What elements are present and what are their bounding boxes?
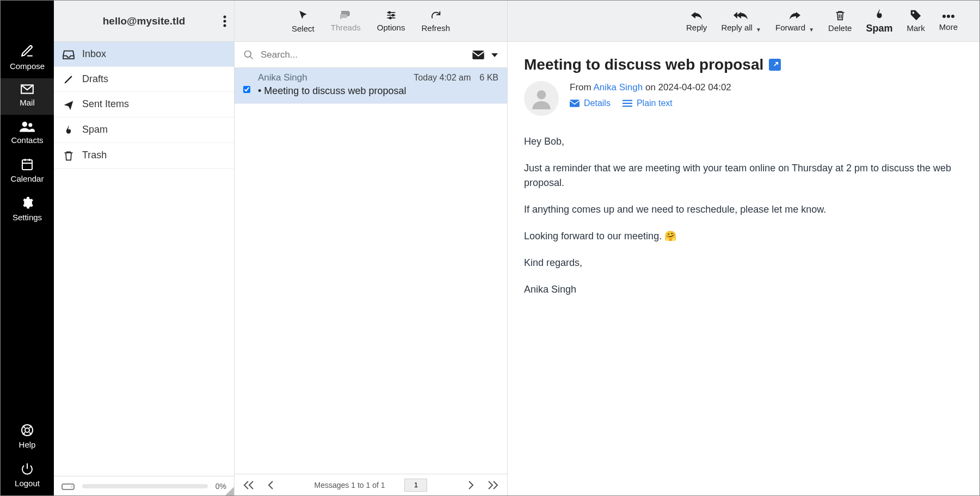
resize-handle[interactable]	[225, 487, 234, 495]
folder-label: Drafts	[82, 73, 108, 85]
plain-text-link[interactable]: Plain text	[622, 98, 673, 108]
on-label: on	[645, 82, 656, 92]
message-item[interactable]: Anika Singh Today 4:02 am 6 KB Meeting t…	[235, 68, 507, 104]
body-paragraph: Anika Singh	[524, 282, 963, 297]
search-input[interactable]	[261, 49, 466, 60]
nav-calendar[interactable]: Calendar	[1, 152, 54, 191]
open-external-button[interactable]	[769, 59, 781, 71]
folder-inbox[interactable]: Inbox	[54, 42, 234, 67]
details-link[interactable]: Details	[570, 98, 611, 108]
svg-point-24	[389, 11, 390, 13]
mark-button[interactable]: Mark	[907, 9, 924, 33]
reply-all-button[interactable]: Reply all ▼	[721, 10, 761, 32]
svg-point-32	[913, 12, 915, 14]
more-label: More	[939, 22, 958, 32]
inbox-icon	[63, 48, 75, 60]
search-options-caret[interactable]	[491, 51, 498, 59]
chevron-down-icon[interactable]: ▼	[809, 27, 814, 33]
trash-icon	[63, 150, 75, 162]
reply-button[interactable]: Reply	[686, 10, 707, 32]
svg-point-36	[537, 90, 546, 100]
nav-compose[interactable]: Compose	[1, 39, 54, 78]
svg-point-17	[224, 20, 226, 22]
search-icon	[243, 49, 254, 60]
lines-icon	[622, 100, 632, 107]
chevron-down-icon[interactable]: ▼	[756, 27, 761, 33]
folder-sent[interactable]: Sent Items	[54, 92, 234, 117]
select-button[interactable]: Select	[292, 9, 315, 33]
threads-icon	[331, 10, 361, 21]
nav-mail-label: Mail	[20, 98, 35, 107]
forward-button[interactable]: Forward ▼	[775, 10, 814, 32]
delete-label: Delete	[828, 23, 852, 33]
select-label: Select	[292, 24, 315, 33]
message-sender: Anika Singh	[258, 72, 307, 83]
folder-drafts[interactable]: Drafts	[54, 67, 234, 92]
body-paragraph: Kind regards,	[524, 256, 963, 270]
message-date: Today 4:02 am	[414, 73, 471, 83]
threads-label: Threads	[331, 23, 361, 32]
refresh-button[interactable]: Refresh	[421, 9, 450, 33]
pager-first[interactable]	[243, 480, 254, 489]
spam-label: Spam	[866, 23, 892, 34]
message-size: 6 KB	[479, 73, 498, 83]
options-label: Options	[377, 23, 405, 32]
nav-contacts[interactable]: Contacts	[1, 115, 54, 152]
person-icon	[531, 88, 552, 109]
pager-last[interactable]	[488, 480, 498, 489]
envelope-icon[interactable]	[472, 50, 484, 59]
nav-contacts-label: Contacts	[11, 135, 43, 145]
folder-label: Trash	[82, 150, 107, 161]
reply-label: Reply	[686, 23, 707, 32]
folder-spam[interactable]: Spam	[54, 117, 234, 143]
nav-help[interactable]: Help	[1, 418, 54, 457]
mail-icon	[1, 84, 54, 95]
pager-prev[interactable]	[267, 480, 274, 489]
svg-point-33	[942, 15, 946, 18]
cursor-icon	[292, 9, 315, 22]
quota-percent: 0%	[215, 482, 226, 491]
pager-page-input[interactable]	[404, 479, 427, 492]
svg-point-16	[224, 15, 226, 18]
reply-all-icon	[721, 10, 761, 21]
nav-settings-label: Settings	[13, 213, 42, 222]
chevrons-left-icon	[243, 481, 254, 489]
chevrons-right-icon	[488, 481, 498, 489]
svg-point-1	[28, 123, 32, 127]
more-button[interactable]: More	[939, 11, 958, 32]
svg-point-27	[245, 51, 251, 57]
spam-button[interactable]: Spam	[866, 8, 892, 34]
pager-next[interactable]	[468, 480, 474, 489]
reading-pane: Reply Reply all ▼ Forward ▼ Del	[508, 1, 979, 495]
threads-button[interactable]: Threads	[331, 10, 361, 32]
sliders-icon	[377, 10, 405, 21]
message-header: Meeting to discuss web proposal From Ani…	[508, 42, 979, 121]
nav-settings[interactable]: Settings	[1, 191, 54, 230]
svg-point-0	[22, 122, 27, 127]
account-header: hello@mysite.tld	[54, 1, 234, 42]
search-bar	[235, 42, 507, 68]
folder-label: Spam	[82, 124, 108, 135]
account-menu-button[interactable]	[223, 15, 226, 27]
nav-logout[interactable]: Logout	[1, 457, 54, 495]
body-paragraph: Just a reminder that we are meeting with…	[524, 161, 963, 190]
disk-icon	[61, 481, 75, 491]
options-button[interactable]: Options	[377, 10, 405, 32]
svg-point-25	[392, 14, 393, 16]
plane-icon	[63, 98, 75, 110]
account-email: hello@mysite.tld	[103, 15, 186, 27]
svg-line-14	[29, 426, 32, 428]
message-checkbox[interactable]	[243, 82, 250, 97]
body-paragraph: Looking forward to our meeting. 🤗	[524, 229, 963, 244]
gear-icon	[1, 196, 54, 209]
svg-line-13	[23, 432, 25, 435]
from-name-link[interactable]: Anika Singh	[593, 82, 643, 92]
folder-trash[interactable]: Trash	[54, 143, 234, 169]
reply-all-label: Reply all	[721, 23, 753, 32]
pager: Messages 1 to 1 of 1	[235, 474, 507, 495]
svg-point-18	[224, 24, 226, 27]
body-paragraph: Hey Bob,	[524, 134, 963, 149]
svg-point-34	[947, 15, 950, 18]
nav-mail[interactable]: Mail	[1, 78, 54, 115]
delete-button[interactable]: Delete	[828, 9, 852, 33]
